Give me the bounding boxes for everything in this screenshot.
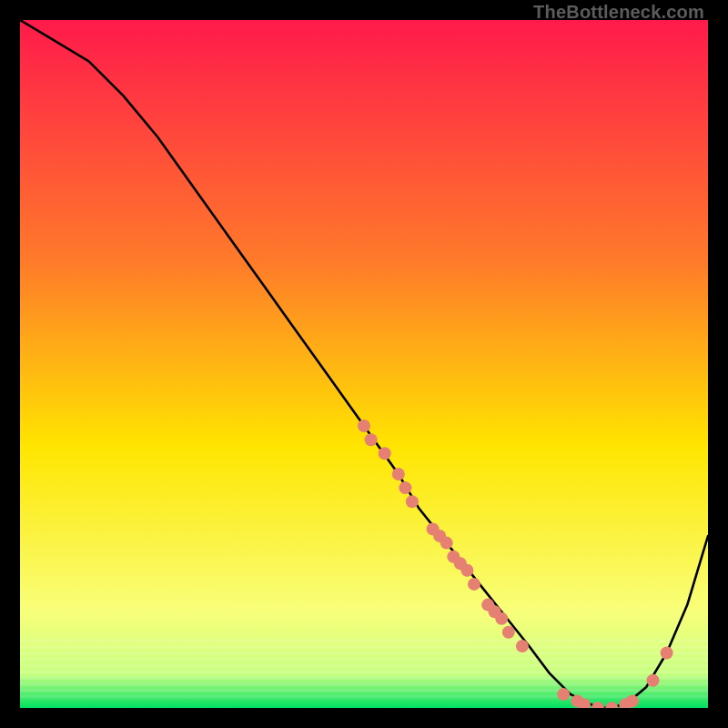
band-stripe	[20, 695, 708, 699]
marker-dot	[460, 564, 473, 577]
chart-frame	[20, 20, 708, 708]
marker-dot	[495, 612, 508, 625]
band-stripe	[20, 652, 708, 655]
marker-dot	[626, 694, 639, 707]
band-stripe	[20, 658, 708, 662]
marker-dot	[468, 578, 480, 591]
band-stripe	[20, 664, 708, 668]
marker-dot	[440, 537, 453, 550]
marker-dot	[516, 640, 529, 652]
band-stripe	[20, 676, 708, 680]
marker-dot	[502, 626, 515, 639]
marker-dot	[392, 468, 405, 480]
marker-dot	[647, 674, 660, 687]
band-stripe	[20, 645, 708, 649]
gradient-background	[20, 20, 708, 708]
marker-dot	[379, 447, 391, 460]
band-stripe	[20, 670, 708, 673]
marker-dot	[399, 481, 411, 494]
marker-dot	[557, 688, 570, 701]
chart-svg	[20, 20, 708, 708]
marker-dot	[661, 647, 673, 660]
band-stripe	[20, 639, 708, 642]
band-stripe	[20, 682, 708, 686]
marker-dot	[358, 420, 370, 432]
band-stripe	[20, 689, 708, 693]
marker-dot	[406, 495, 419, 508]
marker-dot	[365, 433, 378, 446]
